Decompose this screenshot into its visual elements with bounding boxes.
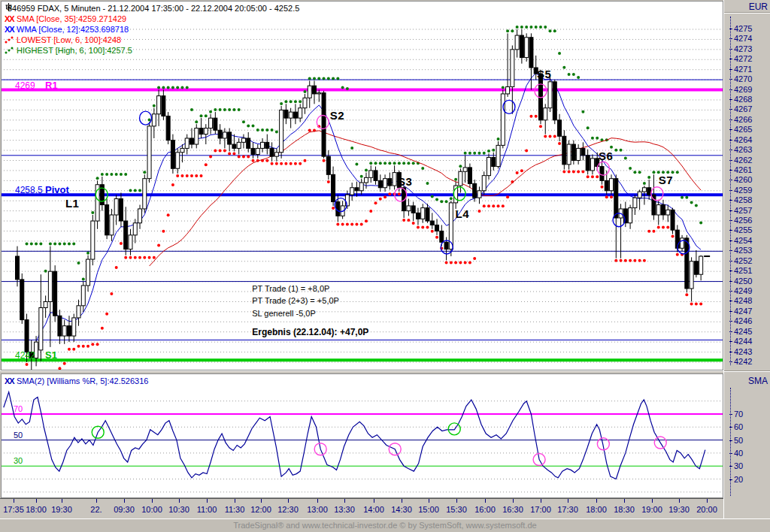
scatter-icon bbox=[5, 36, 15, 44]
osc-tick: 40 bbox=[734, 449, 743, 458]
annotation: PT Trade (2+3) = +5,0P bbox=[252, 296, 339, 305]
axis-header-sma: SMA bbox=[748, 376, 768, 386]
price-tick: 4268 bbox=[734, 95, 752, 104]
legend-lowest-label: LOWEST [Low, 6, 100]:4248 bbox=[17, 35, 121, 44]
osc-level-label: 50 bbox=[14, 431, 23, 440]
price-tick: 4250 bbox=[734, 277, 752, 286]
scatter-icon bbox=[5, 47, 15, 54]
time-tick bbox=[679, 499, 680, 503]
time-tick bbox=[485, 499, 486, 503]
price-tick: 4243 bbox=[734, 347, 752, 356]
time-tick bbox=[344, 499, 345, 503]
price-tick: 4246 bbox=[734, 316, 752, 325]
annotation: SL generell -5,0P bbox=[252, 309, 316, 318]
chart-title-row: 846959 FDAX, 5 Minuten - 21.12.2004 17:3… bbox=[5, 3, 299, 14]
osc-tick: 50 bbox=[734, 436, 743, 445]
price-tick: 4275 bbox=[734, 24, 752, 33]
chart-title: 846959 FDAX, 5 Minuten - 21.12.2004 17:3… bbox=[8, 4, 299, 13]
williams-r-chart bbox=[2, 374, 723, 497]
time-tick bbox=[456, 499, 457, 503]
level-value-label: 4269 bbox=[15, 80, 35, 91]
price-tick: 4260 bbox=[734, 175, 752, 184]
axis-divider bbox=[724, 370, 770, 372]
time-tick bbox=[235, 499, 235, 503]
line-icon: XX bbox=[5, 14, 17, 24]
price-tick: 4247 bbox=[734, 307, 752, 316]
price-tick: 4274 bbox=[734, 34, 752, 43]
line-icon: XX bbox=[5, 376, 17, 386]
candlestick-chart bbox=[2, 2, 723, 370]
time-tick bbox=[402, 499, 402, 503]
trade-label-S3: S3 bbox=[398, 175, 412, 188]
legend-highest-label: HIGHEST [High, 6, 100]:4257.5 bbox=[17, 46, 132, 55]
price-tick: 4272 bbox=[734, 54, 752, 63]
price-tick: 4267 bbox=[734, 104, 752, 113]
time-tick bbox=[513, 499, 514, 503]
axis-divider bbox=[724, 12, 770, 14]
price-tick: 4263 bbox=[734, 145, 752, 154]
time-tick bbox=[652, 499, 653, 503]
level-name-label: S1 bbox=[45, 349, 57, 361]
price-axis-column[interactable]: EUR 427542744273427242714270426942684267… bbox=[723, 0, 770, 518]
time-axis[interactable]: 17:3518:0019:3022.09:3010:0010:3011:0011… bbox=[0, 498, 723, 519]
time-label: 19:30 bbox=[45, 505, 78, 514]
price-tick: 4254 bbox=[734, 236, 752, 245]
osc-level-label: 30 bbox=[14, 456, 23, 465]
price-tick: 4270 bbox=[734, 74, 752, 83]
price-tick: 4242 bbox=[734, 357, 752, 366]
time-tick bbox=[707, 499, 708, 503]
time-label: 12:30 bbox=[271, 505, 305, 514]
main-legend: 846959 FDAX, 5 Minuten - 21.12.2004 17:3… bbox=[5, 3, 299, 56]
level-name-label: Pivot bbox=[45, 184, 69, 195]
time-tick bbox=[96, 499, 97, 503]
annotation: Ergebnis (22.12.04): +47,0P bbox=[252, 327, 368, 337]
price-tick: 4248 bbox=[734, 296, 752, 305]
time-tick bbox=[568, 499, 568, 503]
legend-sma-label: SMA [Close, 35]:4259.271429 bbox=[17, 14, 126, 23]
legend-highest[interactable]: HIGHEST [High, 6, 100]:4257.5 bbox=[5, 45, 299, 56]
price-tick: 4259 bbox=[734, 186, 752, 195]
legend-wma[interactable]: XXWMA [Close, 12]:4253.698718 bbox=[5, 24, 299, 35]
time-label: 13:30 bbox=[328, 505, 361, 514]
annotation: PT Trade (1) = +8,0P bbox=[252, 284, 329, 293]
time-label: 20:00 bbox=[690, 505, 723, 514]
osc-tick: 70 bbox=[734, 410, 743, 419]
price-tick: 4249 bbox=[734, 286, 752, 295]
time-tick bbox=[596, 499, 597, 503]
price-tick: 4266 bbox=[734, 115, 752, 124]
price-tick: 4262 bbox=[734, 156, 752, 165]
time-tick bbox=[288, 499, 289, 503]
time-tick bbox=[261, 499, 262, 503]
osc-tick: 20 bbox=[734, 475, 743, 484]
price-tick: 4264 bbox=[734, 135, 752, 144]
trade-label-S6: S6 bbox=[599, 150, 613, 162]
time-tick bbox=[152, 499, 153, 503]
level-name-label: R1 bbox=[45, 80, 58, 91]
price-tick: 4256 bbox=[734, 216, 752, 225]
legend-lowest[interactable]: LOWEST [Low, 6, 100]:4248 bbox=[5, 35, 299, 45]
trade-label-S5: S5 bbox=[537, 68, 551, 80]
price-tick: 4244 bbox=[734, 337, 752, 346]
time-tick bbox=[541, 499, 541, 503]
oscillator-panel[interactable]: XXSMA(2) [Williams %R, 5]:42.526316 7050… bbox=[1, 373, 723, 498]
price-tick: 4257 bbox=[734, 206, 752, 215]
oscillator-legend: XXSMA(2) [Williams %R, 5]:42.526316 bbox=[5, 376, 148, 386]
trade-label-S7: S7 bbox=[659, 174, 673, 186]
osc-level-label: 70 bbox=[14, 404, 23, 413]
price-tick: 4265 bbox=[734, 125, 752, 134]
price-tick: 4271 bbox=[734, 65, 752, 74]
time-tick bbox=[207, 499, 208, 503]
price-tick: 4269 bbox=[734, 85, 752, 94]
line-icon: XX bbox=[5, 24, 17, 35]
legend-osc[interactable]: XXSMA(2) [Williams %R, 5]:42.526316 bbox=[5, 376, 148, 386]
price-tick: 4253 bbox=[734, 246, 752, 255]
legend-wma-label: WMA [Close, 12]:4253.698718 bbox=[17, 25, 129, 34]
time-tick bbox=[14, 499, 14, 503]
main-chart-panel[interactable]: 846959 FDAX, 5 Minuten - 21.12.2004 17:3… bbox=[1, 1, 723, 370]
legend-sma[interactable]: XXSMA [Close, 35]:4259.271429 bbox=[5, 14, 299, 24]
osc-tick: 30 bbox=[734, 461, 743, 470]
price-tick: 4252 bbox=[734, 256, 752, 265]
axis-header-eur: EUR bbox=[749, 2, 768, 12]
price-tick: 4273 bbox=[734, 44, 752, 53]
time-tick bbox=[317, 499, 318, 503]
